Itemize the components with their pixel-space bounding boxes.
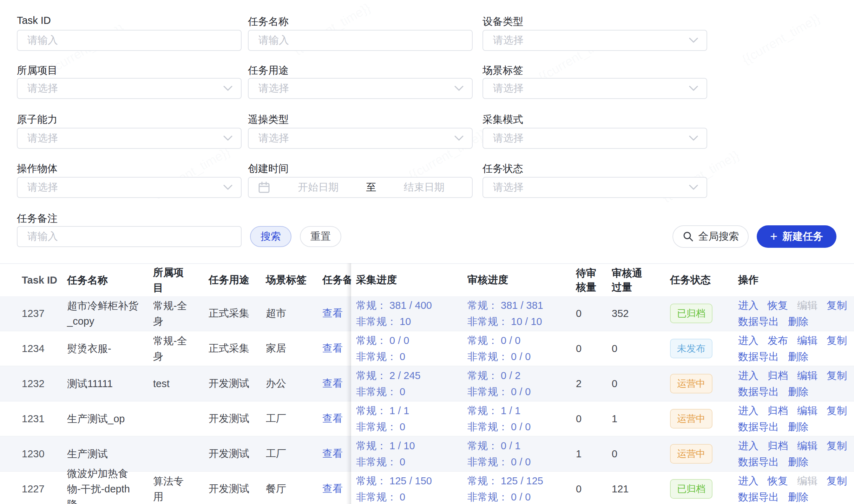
action-archive[interactable]: 归档 (768, 438, 788, 454)
view-remark-link[interactable]: 查看 (322, 413, 343, 424)
action-enter[interactable]: 进入 (738, 438, 758, 454)
review-regular: 常规： 125 / 125 (467, 473, 572, 489)
atomic-ability-select[interactable]: 请选择 (17, 128, 242, 149)
cell-task-name: 超市冷鲜柜补货_copy (67, 298, 153, 329)
cell-remark: 查看 (322, 377, 351, 391)
device-type-select[interactable]: 请选择 (482, 30, 707, 51)
action-archive[interactable]: 归档 (768, 367, 788, 384)
collect-regular: 常规： 2 / 245 (356, 367, 462, 384)
action-copy[interactable]: 复制 (827, 332, 847, 349)
global-search-button[interactable]: 全局搜索 (672, 225, 749, 248)
create-task-button[interactable]: + 新建任务 (757, 225, 836, 248)
action-enter[interactable]: 进入 (738, 367, 758, 384)
action-copy[interactable]: 复制 (827, 473, 847, 489)
action-export[interactable]: 数据导出 (738, 454, 779, 470)
view-remark-link[interactable]: 查看 (322, 483, 343, 494)
cell-collect-progress: 常规： 125 / 150非常规： 0 (351, 473, 462, 504)
task-id-input[interactable]: 请输入 (17, 30, 242, 51)
cell-task-name: 熨烫衣服- (67, 341, 153, 356)
action-export[interactable]: 数据导出 (738, 384, 779, 400)
status-badge: 未发布 (670, 339, 712, 358)
action-publish[interactable]: 发布 (768, 332, 788, 349)
cell-status: 运营中 (653, 374, 728, 393)
cell-status: 已归档 (653, 479, 728, 499)
action-delete[interactable]: 删除 (788, 384, 808, 400)
collect-irregular: 非常规： 0 (356, 454, 462, 470)
field-label-scene-tag: 场景标签 (482, 64, 523, 78)
start-date-placeholder[interactable]: 开始日期 (270, 180, 366, 194)
cell-purpose: 正式采集 (209, 341, 266, 356)
reset-button[interactable]: 重置 (300, 226, 341, 247)
status-badge: 已归档 (670, 479, 712, 499)
field-label-project: 所属项目 (17, 64, 58, 78)
task-status-select[interactable]: 请选择 (482, 177, 707, 198)
cell-passed-count: 1 (607, 413, 653, 425)
table-row: 1234 熨烫衣服- 常规-全身 正式采集 家居 查看 常规： 0 / 0非常规… (0, 331, 854, 366)
action-enter[interactable]: 进入 (738, 297, 758, 313)
action-delete[interactable]: 删除 (788, 313, 808, 330)
cell-passed-count: 352 (607, 308, 653, 319)
cell-actions: 进入归档编辑复制 数据导出删除 (728, 438, 854, 470)
view-remark-link[interactable]: 查看 (322, 343, 343, 354)
review-regular: 常规： 0 / 0 (467, 332, 572, 349)
task-name-input[interactable]: 请输入 (248, 30, 473, 51)
action-edit[interactable]: 编辑 (797, 403, 817, 419)
cell-task-id: 1227 (0, 483, 67, 495)
action-enter[interactable]: 进入 (738, 332, 758, 349)
action-edit[interactable]: 编辑 (797, 438, 817, 454)
cell-pending-count: 2 (572, 378, 607, 390)
action-copy[interactable]: 复制 (827, 297, 847, 313)
collect-mode-select[interactable]: 请选择 (482, 128, 707, 149)
action-delete[interactable]: 删除 (788, 489, 808, 504)
chevron-down-icon (689, 86, 698, 91)
action-delete[interactable]: 删除 (788, 419, 808, 435)
chevron-down-icon (223, 135, 232, 141)
cell-purpose: 开发测试 (209, 377, 266, 391)
action-delete[interactable]: 删除 (788, 454, 808, 470)
action-enter[interactable]: 进入 (738, 473, 758, 489)
action-edit[interactable]: 编辑 (797, 367, 817, 384)
teleop-type-select[interactable]: 请选择 (248, 128, 473, 149)
status-badge: 运营中 (670, 444, 712, 464)
action-export[interactable]: 数据导出 (738, 419, 779, 435)
table-header-row: Task ID 任务名称 所属项目 任务用途 场景标签 任务备注 采集进度 审核… (0, 263, 854, 296)
cell-scene: 超市 (266, 306, 322, 320)
view-remark-link[interactable]: 查看 (322, 448, 343, 459)
task-remark-input[interactable]: 请输入 (17, 226, 242, 247)
atomic-ability-placeholder: 请选择 (27, 131, 223, 145)
action-copy[interactable]: 复制 (827, 438, 847, 454)
field-label-purpose: 任务用途 (248, 64, 289, 78)
purpose-select[interactable]: 请选择 (248, 78, 473, 99)
cell-task-id: 1237 (0, 308, 67, 319)
cell-review-progress: 常规： 1 / 1非常规： 0 / 0 (462, 403, 572, 435)
chevron-down-icon (454, 135, 464, 141)
scene-tag-select[interactable]: 请选择 (482, 78, 707, 99)
cell-task-id: 1231 (0, 413, 67, 425)
action-export[interactable]: 数据导出 (738, 313, 779, 330)
end-date-placeholder[interactable]: 结束日期 (376, 180, 472, 194)
action-delete[interactable]: 删除 (788, 349, 808, 365)
action-enter[interactable]: 进入 (738, 403, 758, 419)
action-copy[interactable]: 复制 (827, 403, 847, 419)
cell-remark: 查看 (322, 482, 351, 496)
action-restore[interactable]: 恢复 (768, 473, 788, 489)
operate-object-select[interactable]: 请选择 (17, 177, 242, 198)
field-label-task-id: Task ID (17, 15, 51, 26)
header-project: 所属项目 (153, 265, 209, 296)
action-export[interactable]: 数据导出 (738, 349, 779, 365)
table-row: 1231 生产测试_op 开发测试 工厂 查看 常规： 1 / 1非常规： 0 … (0, 401, 854, 436)
action-edit[interactable]: 编辑 (797, 332, 817, 349)
cell-passed-count: 0 (607, 378, 653, 390)
cell-passed-count: 121 (607, 483, 653, 495)
search-button[interactable]: 搜索 (250, 226, 291, 247)
action-copy[interactable]: 复制 (827, 367, 847, 384)
cell-review-progress: 常规： 381 / 381非常规： 10 / 10 (462, 297, 572, 330)
action-archive[interactable]: 归档 (768, 403, 788, 419)
action-restore[interactable]: 恢复 (768, 297, 788, 313)
view-remark-link[interactable]: 查看 (322, 378, 343, 389)
create-time-daterange[interactable]: 开始日期 至 结束日期 (248, 177, 473, 198)
view-remark-link[interactable]: 查看 (322, 307, 343, 319)
action-export[interactable]: 数据导出 (738, 489, 779, 504)
review-irregular: 非常规： 0 / 0 (467, 489, 572, 504)
project-select[interactable]: 请选择 (17, 78, 242, 99)
